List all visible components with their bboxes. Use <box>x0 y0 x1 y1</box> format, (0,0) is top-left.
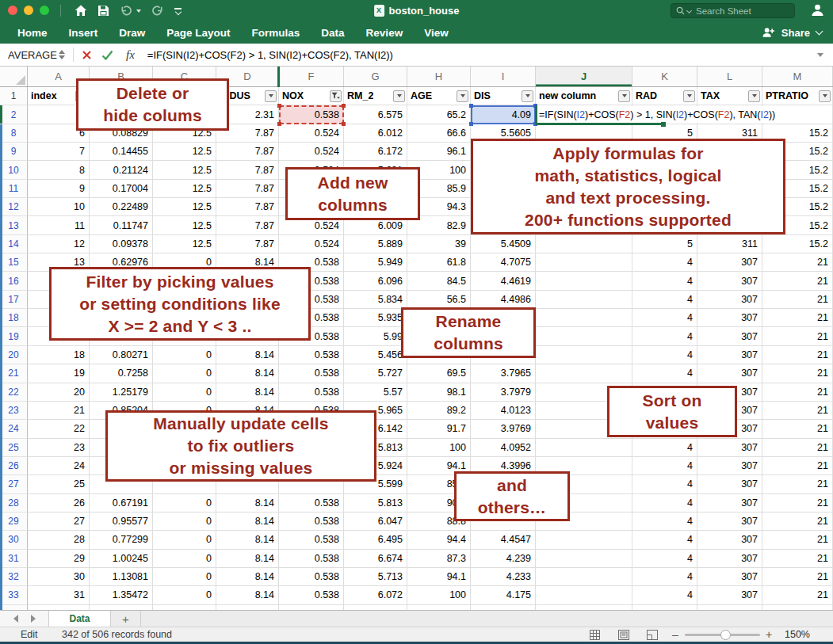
header-cell-dis[interactable]: DIS <box>471 87 536 105</box>
cell[interactable] <box>536 439 632 457</box>
cell[interactable] <box>536 364 632 383</box>
row-number[interactable]: 21 <box>0 364 28 383</box>
cell[interactable]: 0.524 <box>279 143 344 161</box>
undo-icon[interactable] <box>120 5 132 17</box>
selection-handle[interactable] <box>469 122 473 126</box>
confirm-entry-icon[interactable] <box>101 50 113 60</box>
cell[interactable]: 307 <box>697 586 762 604</box>
cell[interactable]: 1.00245 <box>90 550 153 568</box>
name-box-stepper[interactable] <box>59 50 65 59</box>
cell[interactable]: 11 <box>28 216 90 234</box>
cell[interactable]: 29 <box>28 550 90 568</box>
cell[interactable]: 4 <box>632 327 697 345</box>
cell[interactable]: 6.047 <box>344 513 407 531</box>
cell[interactable]: 5.889 <box>344 235 407 253</box>
cell[interactable]: 5.727 <box>344 364 407 383</box>
cell[interactable]: 0.09378 <box>90 235 153 253</box>
cell[interactable]: 98.1 <box>407 383 471 402</box>
cell[interactable]: 0.538 <box>279 513 344 531</box>
cell[interactable]: 96.1 <box>407 143 471 161</box>
cell[interactable]: 0.538 <box>279 531 344 549</box>
cell[interactable]: 94.4 <box>407 531 471 549</box>
cell[interactable]: 307 <box>697 531 762 549</box>
ribbon-tab-home[interactable]: Home <box>17 27 48 39</box>
cell[interactable]: 4 <box>632 586 697 604</box>
add-sheet-button[interactable]: + <box>111 611 141 627</box>
cell[interactable]: 4 <box>632 309 697 327</box>
cell[interactable]: 0.80271 <box>90 346 153 364</box>
filter-dropdown-button[interactable] <box>393 90 405 102</box>
row-number[interactable]: 18 <box>0 309 28 327</box>
cell[interactable]: 12.5 <box>153 216 216 234</box>
cell[interactable]: 4 <box>632 494 697 513</box>
zoom-out-button[interactable]: – <box>672 628 678 641</box>
cell[interactable]: 25 <box>28 475 90 493</box>
cell[interactable]: 8.14 <box>216 383 279 402</box>
cell[interactable]: 4.7075 <box>471 253 536 272</box>
cell[interactable]: 0.538 <box>279 586 344 604</box>
cell[interactable]: 28 <box>28 531 90 549</box>
ribbon-tab-data[interactable]: Data <box>321 27 344 39</box>
zoom-slider-knob[interactable] <box>720 630 731 640</box>
cell[interactable]: 4 <box>632 364 697 383</box>
cell[interactable] <box>536 253 632 272</box>
cell[interactable]: 307 <box>697 568 762 586</box>
row-number[interactable]: 22 <box>0 383 28 402</box>
cell[interactable]: 6.575 <box>344 105 407 124</box>
cell[interactable]: 5.57 <box>344 383 407 402</box>
row-number[interactable]: 26 <box>0 457 28 475</box>
cell[interactable]: 56.5 <box>407 291 471 309</box>
edit-cell-handle[interactable] <box>661 122 666 127</box>
row-number[interactable]: 25 <box>0 439 28 457</box>
cell[interactable]: 21 <box>762 531 833 549</box>
cell[interactable] <box>536 586 632 604</box>
filter-dropdown-button[interactable] <box>683 90 695 102</box>
cell[interactable]: 307 <box>697 550 762 568</box>
cell[interactable]: 87.3 <box>407 550 471 568</box>
cell[interactable]: 4.09 <box>471 105 536 124</box>
cell[interactable]: 4.4986 <box>471 291 536 309</box>
next-sheet-icon[interactable] <box>31 615 36 623</box>
cell[interactable]: 19 <box>28 364 90 383</box>
cell[interactable]: 21 <box>762 402 833 420</box>
cell[interactable] <box>536 568 632 586</box>
ribbon-tab-view[interactable]: View <box>424 27 449 39</box>
row-number[interactable]: 9 <box>0 143 28 161</box>
cell[interactable]: 0 <box>153 568 216 586</box>
header-cell-ptratio[interactable]: PTRATIO <box>762 87 833 105</box>
cell[interactable]: 21 <box>762 586 833 604</box>
column-letter-J[interactable]: J <box>536 67 632 86</box>
cell[interactable]: 0 <box>153 586 216 604</box>
cell[interactable]: 6.096 <box>344 272 407 290</box>
cell[interactable]: 4 <box>632 346 697 364</box>
cell[interactable]: 4 <box>632 457 697 475</box>
cell[interactable]: 7.87 <box>216 161 279 179</box>
header-cell-age[interactable]: AGE <box>407 87 471 105</box>
cell[interactable]: 4 <box>632 475 697 493</box>
row-number[interactable]: 17 <box>0 291 28 309</box>
cell[interactable]: 5.4509 <box>471 235 536 253</box>
zoom-window-button[interactable] <box>40 6 49 15</box>
header-cell-nox[interactable]: NOX <box>279 87 344 105</box>
cell[interactable]: 100 <box>407 439 471 457</box>
cell[interactable]: 21 <box>762 439 833 457</box>
cell[interactable]: 7.87 <box>216 235 279 253</box>
share-button[interactable]: Share <box>762 21 822 44</box>
cell[interactable]: 4.175 <box>471 586 536 604</box>
prev-sheet-icon[interactable] <box>13 615 18 623</box>
selection-handle[interactable] <box>277 122 281 126</box>
normal-view-icon[interactable] <box>590 630 600 642</box>
row-number[interactable]: 10 <box>0 161 28 179</box>
zoom-in-button[interactable]: + <box>766 628 772 641</box>
selection-handle[interactable] <box>342 122 346 126</box>
cell[interactable]: 4 <box>632 291 697 309</box>
home-icon[interactable] <box>75 5 87 17</box>
cell[interactable]: 7.87 <box>216 180 279 198</box>
cell[interactable]: 307 <box>697 475 762 493</box>
row-number[interactable]: 2 <box>0 105 28 124</box>
cell[interactable] <box>536 327 632 345</box>
cell[interactable]: 22 <box>28 420 90 438</box>
sheet-tab-data[interactable]: Data <box>49 611 111 627</box>
row-number[interactable]: 31 <box>0 550 28 568</box>
cell[interactable]: 84.5 <box>407 272 471 290</box>
